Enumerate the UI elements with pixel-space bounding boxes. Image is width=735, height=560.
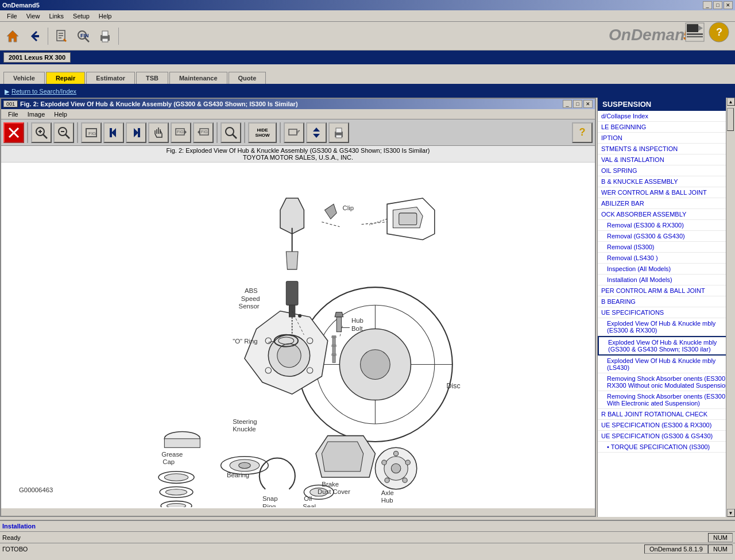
svg-line-126 — [362, 222, 387, 224]
print-button[interactable] — [95, 26, 115, 47]
panel-installation-all[interactable]: Installation (All Models) — [598, 275, 735, 285]
find-button[interactable]: FIN — [73, 26, 94, 47]
figure-close-btn[interactable]: ✕ — [583, 100, 593, 108]
svg-text:Knuckle: Knuckle — [233, 426, 256, 432]
hide-show-button[interactable]: HIDE SHOW — [248, 122, 277, 143]
right-panel-header: SUSPENSION — [598, 98, 735, 111]
menu-view[interactable]: View — [22, 11, 45, 21]
panel-knuckle-assembly[interactable]: B & KNUCKLE ASSEMBLY — [598, 176, 735, 187]
minimize-btn[interactable]: _ — [703, 1, 712, 9]
zoom-out-button[interactable] — [53, 122, 74, 143]
svg-point-108 — [298, 314, 301, 318]
panel-iption[interactable]: IPTION — [598, 133, 735, 144]
right-panel: SUSPENSION d/Collapse Index LE BEGINNING… — [597, 98, 735, 517]
svg-point-82 — [391, 464, 401, 473]
panel-shock-absorber[interactable]: OCK ABSORBER ASSEMBLY — [598, 209, 735, 220]
menu-setup[interactable]: Setup — [68, 11, 94, 21]
tab-tsb[interactable]: TSB — [136, 72, 168, 84]
tab-vehicle[interactable]: Vehicle — [3, 72, 45, 84]
prev-figure-button[interactable] — [103, 122, 124, 143]
panel-removal-is300[interactable]: Removal (IS300) — [598, 242, 735, 253]
panel-val[interactable]: VAL & INSTALLATION — [598, 155, 735, 165]
svg-text:FIN: FIN — [80, 33, 89, 38]
svg-point-42 — [226, 128, 234, 136]
figure-menu-image[interactable]: Image — [23, 110, 50, 118]
panel-upper-control-arm[interactable]: PER CONTROL ARM & BALL JOINT — [598, 285, 735, 296]
panel-removing-shock-es300[interactable]: Removing Shock Absorber onents (ES300 & … — [598, 373, 735, 391]
svg-marker-133 — [331, 353, 336, 356]
home-button[interactable] — [2, 26, 23, 47]
fig-prev-button[interactable]: FIG — [171, 122, 191, 143]
close-btn[interactable]: ✕ — [724, 1, 733, 9]
scroll-arrows-button[interactable] — [306, 122, 327, 143]
right-panel-scrollbar[interactable]: ▲ ▼ — [726, 98, 735, 517]
panel-oil-spring[interactable]: OIL SPRING — [598, 165, 735, 176]
panel-ue-spec-gs300[interactable]: UE SPECIFICATION (GS300 & GS430) — [598, 431, 735, 442]
panel-removing-shock-es300-elec[interactable]: Removing Shock Absorber onents (ES300 Wi… — [598, 391, 735, 409]
panel-collapse-index[interactable]: d/Collapse Index — [598, 111, 735, 122]
panel-ball-joint-check[interactable]: R BALL JOINT ROTATIONAL CHECK — [598, 409, 735, 420]
figure-window-title: Fig. 2: Exploded View Of Hub & Knuckle A… — [20, 101, 298, 107]
menu-help[interactable]: Help — [94, 11, 117, 21]
panel-b-bearing[interactable]: B BEARING — [598, 296, 735, 307]
figure-window-controls[interactable]: _ □ ✕ — [563, 100, 593, 108]
panel-stments[interactable]: STMENTS & INSPECTION — [598, 144, 735, 155]
svg-text:Hub: Hub — [351, 317, 363, 324]
svg-text:FIG: FIG — [88, 131, 96, 136]
panel-le-beginning[interactable]: LE BEGINNING — [598, 122, 735, 133]
maximize-btn[interactable]: □ — [713, 1, 722, 9]
scroll-thumb[interactable] — [727, 108, 734, 131]
svg-text:Oil: Oil — [304, 495, 312, 502]
figure-menu-file[interactable]: File — [3, 110, 23, 118]
panel-stabilizer-bar[interactable]: ABILIZER BAR — [598, 198, 735, 209]
fig-sep-3 — [216, 122, 218, 143]
status-num-panel: NUM — [708, 533, 733, 542]
full-view-button[interactable]: FIG — [81, 122, 102, 143]
tab-maintenance[interactable]: Maintenance — [169, 72, 227, 84]
panel-ue-specs[interactable]: UE SPECIFICATIONS — [598, 307, 735, 318]
video-button[interactable] — [684, 22, 705, 44]
installation-link[interactable]: Installation — [2, 523, 733, 530]
tab-quote[interactable]: Quote — [229, 72, 266, 84]
panel-exploded-gs300-active[interactable]: Exploded View Of Hub & Knuckle mbly (GS3… — [598, 336, 735, 356]
figure-close-button[interactable] — [3, 122, 24, 143]
menu-links[interactable]: Links — [44, 11, 68, 21]
tab-repair[interactable]: Repair — [46, 72, 85, 84]
panel-torque-is300[interactable]: • TORQUE SPECIFICATION (IS300) — [598, 442, 735, 453]
menu-file[interactable]: File — [2, 11, 22, 21]
window-controls[interactable]: _ □ ✕ — [703, 1, 733, 9]
svg-rect-128 — [332, 338, 335, 345]
panel-control-arm[interactable]: WER CONTROL ARM & BALL JOINT — [598, 187, 735, 198]
panel-removal-es300[interactable]: Removal (ES300 & RX300) — [598, 220, 735, 231]
panel-bullet: • — [607, 443, 611, 450]
svg-line-125 — [322, 222, 339, 226]
back-button[interactable] — [24, 26, 45, 47]
panel-inspection-all[interactable]: Inspection (All Models) — [598, 264, 735, 275]
figure-help-button[interactable]: ? — [572, 122, 593, 143]
scroll-up-arrow[interactable]: ▲ — [727, 98, 735, 106]
figure-minimize-btn[interactable]: _ — [563, 100, 572, 108]
figure-titlebar: 001 Fig. 2: Exploded View Of Hub & Knuck… — [1, 99, 595, 109]
panel-exploded-ls430[interactable]: Exploded View Of Hub & Knuckle mbly (LS4… — [598, 356, 735, 373]
hide-label: HIDE — [257, 128, 268, 133]
panel-exploded-es300[interactable]: Exploded View Of Hub & Knuckle mbly (ES3… — [598, 318, 735, 336]
next-figure-button[interactable] — [126, 122, 146, 143]
panel-removal-ls430[interactable]: Removal (LS430 ) — [598, 253, 735, 264]
edit-button[interactable] — [51, 26, 72, 47]
breadcrumb-link[interactable]: Return to Search/Index — [11, 88, 76, 95]
figure-print-button[interactable] — [328, 122, 349, 143]
scroll-down-arrow[interactable]: ▼ — [727, 509, 735, 517]
panel-ue-spec-es300[interactable]: UE SPECIFICATION (ES300 & RX300) — [598, 420, 735, 431]
figure-restore-btn[interactable]: □ — [573, 100, 582, 108]
figure-menu-help[interactable]: Help — [49, 110, 72, 118]
svg-text:Cap: Cap — [163, 458, 175, 465]
zoom-in-button[interactable] — [31, 122, 52, 143]
callout-button[interactable] — [284, 122, 304, 143]
zoom-fit-button[interactable] — [220, 122, 241, 143]
svg-text:Clip: Clip — [343, 204, 354, 211]
toolbar-help[interactable]: ? — [709, 22, 729, 44]
panel-removal-gs300[interactable]: Removal (GS300 & GS430) — [598, 231, 735, 242]
hand-tool-button[interactable] — [148, 122, 169, 143]
fig-next-button[interactable]: FIG — [193, 122, 214, 143]
tab-estimator[interactable]: Estimator — [86, 72, 135, 84]
